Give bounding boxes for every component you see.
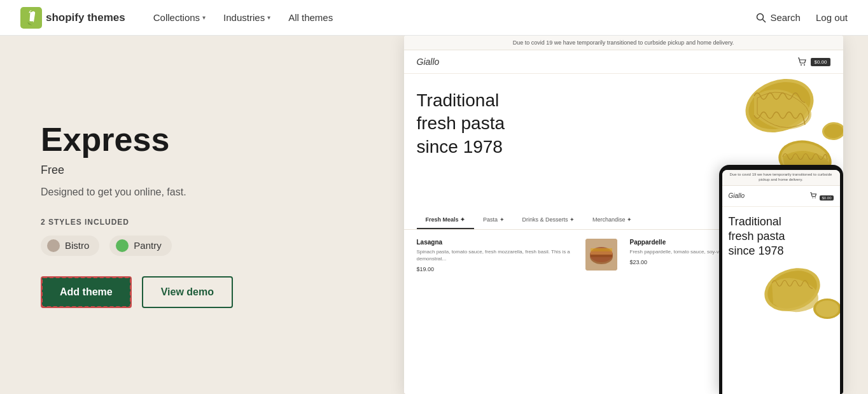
mobile-cart-badge: $0.00 <box>820 195 833 201</box>
nav-industries[interactable]: Industries ▾ <box>216 7 278 28</box>
navbar: shopify themes Collections ▾ Industries … <box>0 0 868 36</box>
mobile-cart: $0.00 <box>809 190 833 202</box>
svg-rect-15 <box>591 255 612 257</box>
svg-rect-14 <box>591 251 612 255</box>
right-panel: Due to covid 19 we have temporarily tran… <box>379 36 868 394</box>
mobile-logo: Giallo <box>729 192 745 199</box>
preview-tab-merch: Merchandise ✦ <box>584 211 641 229</box>
theme-title: Express <box>41 122 338 158</box>
svg-point-3 <box>801 64 802 66</box>
shopify-logo-icon <box>20 7 42 29</box>
logout-button[interactable]: Log out <box>816 12 848 23</box>
preview-logo: Giallo <box>417 57 440 67</box>
style-bistro[interactable]: Bistro <box>41 236 99 256</box>
chevron-down-icon: ▾ <box>202 14 206 21</box>
preview-tab-pasta: Pasta ✦ <box>474 211 514 229</box>
style-options: Bistro Pantry <box>41 236 338 256</box>
logo-link[interactable]: shopify themes <box>20 7 125 29</box>
mobile-pasta-illustration <box>722 264 840 321</box>
preview-tab-drinks: Drinks & Desserts ✦ <box>514 211 584 229</box>
pantry-label: Pantry <box>134 240 161 251</box>
product-lasagna: Lasagna Spinach pasta, tomato sauce, fre… <box>417 239 617 272</box>
search-icon <box>756 13 766 23</box>
nav-right: Search Log out <box>756 12 848 23</box>
view-demo-button[interactable]: View demo <box>142 276 233 308</box>
cart-badge: $0.00 <box>811 58 830 66</box>
preview-tab-freshmeal: Fresh Meals ✦ <box>417 211 475 229</box>
preview-cart: $0.00 <box>797 57 830 67</box>
mobile-inner: Due to covid 19 we have temporarily tran… <box>722 170 840 394</box>
theme-description: Designed to get you online, fast. <box>41 185 338 200</box>
nav-all-themes[interactable]: All themes <box>281 7 340 28</box>
brand-text: shopify themes <box>46 11 125 24</box>
product-lasagna-img <box>585 239 617 271</box>
cart-icon <box>797 57 807 67</box>
svg-line-2 <box>763 19 766 22</box>
collections-label: Collections <box>153 12 200 23</box>
nav-links: Collections ▾ Industries ▾ All themes <box>146 7 757 28</box>
bistro-color-dot <box>47 239 60 252</box>
bistro-label: Bistro <box>65 240 89 251</box>
main-content: Express Free Designed to get you online,… <box>0 36 868 394</box>
search-label: Search <box>770 12 801 23</box>
all-themes-label: All themes <box>288 12 333 23</box>
style-pantry[interactable]: Pantry <box>109 236 171 256</box>
industries-label: Industries <box>223 12 265 23</box>
product-lasagna-price: $19.00 <box>417 266 579 272</box>
styles-label: 2 STYLES INCLUDED <box>41 218 338 227</box>
product-lasagna-info: Lasagna Spinach pasta, tomato sauce, fre… <box>417 239 579 272</box>
search-button[interactable]: Search <box>756 12 801 23</box>
mobile-notice: Due to covid 19 we have temporarily tran… <box>722 170 840 186</box>
svg-point-1 <box>757 13 764 20</box>
preview-notice: Due to covid 19 we have temporarily tran… <box>404 36 843 50</box>
pantry-color-dot <box>116 239 129 252</box>
nav-collections[interactable]: Collections ▾ <box>146 7 213 28</box>
preview-hero-text: Traditionalfresh pastasince 1978 <box>417 89 505 201</box>
add-theme-button[interactable]: Add theme <box>41 276 132 308</box>
theme-price: Free <box>41 164 338 177</box>
product-lasagna-name: Lasagna <box>417 239 579 246</box>
svg-point-4 <box>804 64 805 66</box>
product-lasagna-desc: Spinach pasta, tomato sauce, fresh mozza… <box>417 248 579 262</box>
mobile-hero-text: Traditionalfresh pastasince 1978 <box>722 207 840 259</box>
svg-rect-16 <box>591 248 612 251</box>
left-panel: Express Free Designed to get you online,… <box>0 36 379 394</box>
svg-point-17 <box>813 197 814 199</box>
mobile-preview: Due to covid 19 we have temporarily tran… <box>719 165 843 394</box>
buttons-row: Add theme View demo <box>41 276 338 308</box>
mobile-header: Giallo $0.00 <box>722 186 840 207</box>
chevron-down-icon: ▾ <box>267 14 270 21</box>
mobile-cart-icon <box>809 192 817 199</box>
svg-point-22 <box>816 300 839 317</box>
svg-point-18 <box>815 197 816 199</box>
theme-preview: Due to covid 19 we have temporarily tran… <box>404 36 843 394</box>
